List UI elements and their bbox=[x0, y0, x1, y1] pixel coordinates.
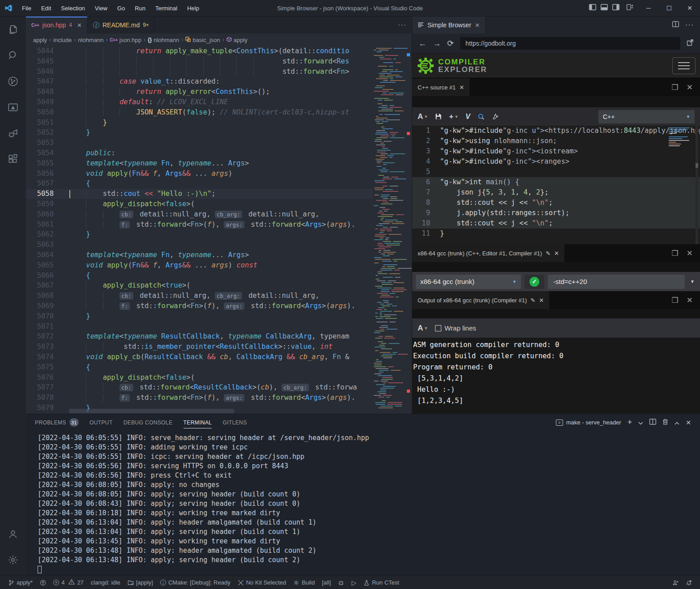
close-panel-icon[interactable]: ✕ bbox=[686, 419, 691, 426]
pane-close-icon[interactable]: ✕ bbox=[554, 250, 559, 257]
kit-item[interactable]: No Kit Selected bbox=[234, 576, 290, 589]
new-terminal-icon[interactable]: + bbox=[627, 418, 632, 427]
open-external-icon[interactable] bbox=[687, 39, 694, 48]
zoom-icon[interactable] bbox=[478, 113, 485, 120]
options-dropdown-icon[interactable]: ▼ bbox=[688, 279, 696, 284]
tab-gitlens[interactable]: GITLENS bbox=[222, 414, 247, 431]
close-pane-icon[interactable]: ✕ bbox=[687, 296, 693, 305]
ctest-item[interactable]: Run CTest bbox=[360, 576, 403, 589]
debug-item[interactable] bbox=[334, 576, 348, 589]
add-pane-icon[interactable]: +▼ bbox=[449, 112, 458, 121]
publish-item[interactable] bbox=[36, 576, 50, 589]
vim-mode-icon[interactable]: V bbox=[465, 113, 470, 121]
tab-json-hpp[interactable]: C++ json.hpp 4 ✕ bbox=[26, 17, 88, 34]
breadcrumb-item[interactable]: apply bbox=[226, 37, 248, 43]
code-editor[interactable]: 5044 return apply_make_tuple<ConstThis>(… bbox=[26, 46, 412, 414]
breadcrumb-item[interactable]: include bbox=[53, 37, 72, 43]
menu-terminal[interactable]: Terminal bbox=[150, 0, 182, 17]
close-pane-icon[interactable]: ✕ bbox=[687, 83, 693, 92]
tab-simple-browser[interactable]: Simple Browser ✕ bbox=[412, 17, 486, 34]
more-actions-icon[interactable]: ··· bbox=[685, 21, 694, 29]
pane-close-icon[interactable]: ✕ bbox=[539, 297, 544, 304]
menu-view[interactable]: View bbox=[90, 0, 112, 17]
terminal-profile-select[interactable]: > make - serve_header bbox=[556, 419, 621, 426]
feedback-item[interactable] bbox=[669, 576, 682, 589]
toggle-sidebar-icon[interactable] bbox=[589, 4, 596, 12]
breadcrumb-item[interactable]: apply bbox=[33, 37, 47, 43]
save-icon[interactable] bbox=[435, 113, 442, 120]
reload-icon[interactable]: ⟳ bbox=[447, 39, 454, 47]
maximize-panel-icon[interactable] bbox=[674, 419, 679, 426]
url-input[interactable]: https://godbolt.org bbox=[460, 37, 680, 50]
tab-problems[interactable]: PROBLEMS 31 bbox=[35, 414, 79, 431]
toggle-secondary-sidebar-icon[interactable] bbox=[612, 4, 619, 12]
terminal-dropdown-icon[interactable] bbox=[638, 419, 643, 426]
notifications-item[interactable] bbox=[682, 576, 696, 589]
menu-go[interactable]: Go bbox=[112, 0, 130, 17]
rename-pane-icon[interactable]: ✎ bbox=[530, 297, 535, 304]
clangd-status-item[interactable]: clangd: idle bbox=[87, 576, 124, 589]
tab-close-icon[interactable]: ✕ bbox=[475, 22, 480, 29]
tab-readme-md[interactable]: i README.md 9+ bbox=[88, 17, 155, 34]
cmake-status-item[interactable]: i CMake: [Debug]: Ready bbox=[157, 576, 234, 589]
breadcrumb-item[interactable]: {}nlohmann bbox=[148, 37, 179, 43]
overview-ruler[interactable] bbox=[405, 46, 412, 414]
minimap[interactable] bbox=[373, 46, 405, 414]
editor-more-actions[interactable]: ··· bbox=[398, 17, 412, 34]
font-size-icon[interactable]: A▼ bbox=[418, 324, 428, 333]
split-terminal-icon[interactable] bbox=[649, 419, 656, 426]
menu-edit[interactable]: Edit bbox=[36, 0, 56, 17]
hamburger-menu-icon[interactable] bbox=[672, 57, 696, 74]
rename-pane-icon[interactable]: ✎ bbox=[546, 250, 551, 257]
build-target-item[interactable]: [all] bbox=[318, 576, 334, 589]
breadcrumb-item[interactable]: basic_json bbox=[185, 37, 220, 43]
window-maximize-button[interactable]: ☐ bbox=[659, 0, 679, 16]
maximize-pane-icon[interactable]: ❒ bbox=[672, 249, 679, 258]
font-size-icon[interactable]: A▼ bbox=[418, 112, 428, 121]
maximize-pane-icon[interactable]: ❒ bbox=[672, 296, 679, 305]
tab-close-icon[interactable]: ✕ bbox=[77, 22, 82, 29]
compiler-options-input[interactable]: -std=c++20 bbox=[548, 275, 685, 289]
output-pane-tab[interactable]: Output of x86-64 gcc (trunk) (Compiler #… bbox=[412, 291, 549, 309]
compiler-pane-tab[interactable]: x86-64 gcc (trunk) (C++, Editor #1, Comp… bbox=[412, 244, 564, 262]
program-output[interactable]: ASM generation compiler returned: 0Execu… bbox=[412, 338, 700, 414]
accounts-icon[interactable] bbox=[0, 521, 26, 547]
tab-terminal[interactable]: TERMINAL bbox=[184, 414, 212, 431]
close-pane-icon[interactable]: ✕ bbox=[687, 249, 693, 258]
ce-source-editor[interactable]: 1"g-kw">#include "g-inc u"><https://loca… bbox=[412, 126, 700, 244]
scrollbar-thumb[interactable] bbox=[69, 409, 234, 413]
pane-close-icon[interactable]: ✕ bbox=[459, 84, 464, 91]
ce-scrollbar[interactable] bbox=[696, 126, 698, 244]
breadcrumb-item[interactable]: nlohmann bbox=[78, 37, 103, 43]
tab-output[interactable]: OUTPUT bbox=[90, 414, 113, 431]
split-editor-icon[interactable] bbox=[672, 21, 679, 29]
menu-file[interactable]: File bbox=[17, 0, 36, 17]
manage-gear-icon[interactable] bbox=[0, 547, 26, 573]
explorer-icon[interactable] bbox=[0, 17, 26, 42]
tab-debug-console[interactable]: DEBUG CONSOLE bbox=[124, 414, 173, 431]
breadcrumb-item[interactable]: C++json.hpp bbox=[110, 37, 141, 43]
wrap-lines-checkbox[interactable]: Wrap lines bbox=[435, 324, 476, 332]
cursor-jump-icon[interactable] bbox=[492, 113, 499, 120]
build-item[interactable]: Build bbox=[290, 576, 318, 589]
customize-layout-icon[interactable] bbox=[627, 4, 633, 12]
maximize-pane-icon[interactable]: ❒ bbox=[672, 83, 679, 92]
search-icon[interactable] bbox=[0, 42, 26, 68]
project-item[interactable]: [apply] bbox=[124, 576, 157, 589]
forward-icon[interactable]: → bbox=[433, 39, 441, 47]
menu-run[interactable]: Run bbox=[130, 0, 150, 17]
compiler-explorer-logo[interactable]: COMPILER EXPLORER bbox=[417, 57, 487, 75]
source-control-icon[interactable] bbox=[0, 68, 26, 94]
run-debug-icon[interactable] bbox=[0, 120, 26, 146]
menu-selection[interactable]: Selection bbox=[56, 0, 90, 17]
window-minimize-button[interactable]: ─ bbox=[638, 0, 659, 16]
extensions-icon[interactable] bbox=[0, 146, 26, 172]
source-pane-tab[interactable]: C++ source #1 ✕ bbox=[412, 78, 470, 96]
horizontal-scrollbar[interactable] bbox=[69, 408, 373, 414]
git-branch-item[interactable]: apply* bbox=[4, 576, 36, 589]
terminal-output[interactable]: [2022-04-30 06:05:55] INFO: serve_header… bbox=[26, 431, 700, 574]
menu-help[interactable]: Help bbox=[182, 0, 204, 17]
run-item[interactable]: ▷ bbox=[348, 576, 360, 589]
cmake-icon[interactable] bbox=[0, 94, 26, 120]
problems-item[interactable]: ✕ 4 27 bbox=[50, 576, 87, 589]
